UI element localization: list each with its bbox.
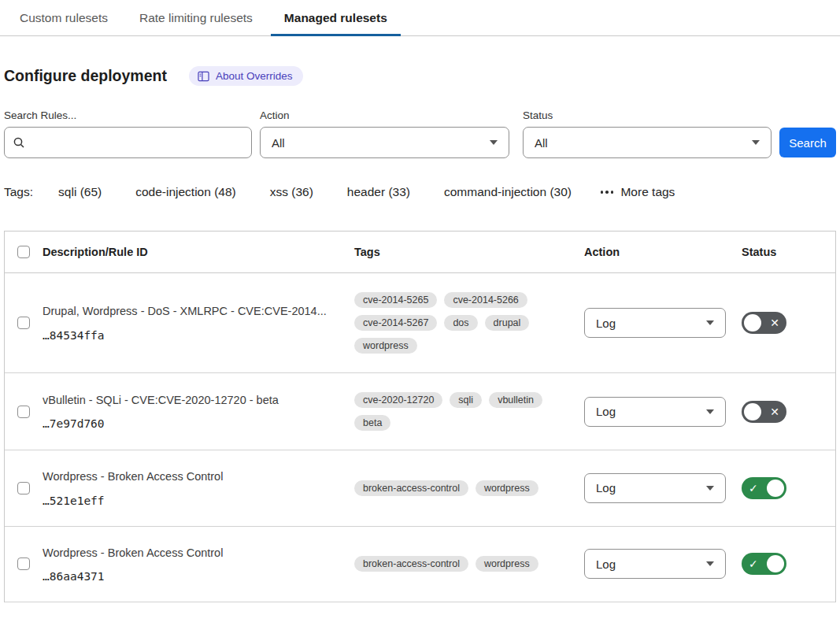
filter-tag-item[interactable]: command-injection (30) (444, 185, 572, 199)
rule-id: …521e1eff (43, 495, 354, 507)
tab-label: Custom rulesets (20, 11, 108, 25)
action-select-value: Log (596, 405, 616, 418)
search-icon (13, 136, 25, 149)
action-select[interactable]: Log (584, 473, 726, 503)
tab[interactable]: Rate limiting rulesets (139, 0, 253, 35)
tag-pill: cve-2014-5266 (444, 292, 527, 308)
chevron-down-icon (706, 561, 714, 566)
status-toggle[interactable]: ✕ (742, 401, 786, 423)
chevron-down-icon (490, 140, 498, 145)
tag-pill: wordpress (476, 480, 538, 496)
tag-pill: vbulletin (489, 392, 542, 408)
row-checkbox[interactable] (17, 406, 30, 418)
search-input[interactable] (31, 136, 243, 150)
tab[interactable]: Custom rulesets (20, 0, 108, 35)
tag-pills: broken-access-controlwordpress (354, 556, 584, 572)
filter-tag-item[interactable]: xss (36) (270, 185, 313, 199)
filter-tag-item[interactable]: code-injection (48) (135, 185, 236, 199)
tag-pill: broken-access-control (354, 480, 468, 496)
status-toggle[interactable]: ✕ (742, 312, 786, 334)
badge-label: About Overrides (216, 70, 293, 82)
action-select[interactable]: Log (584, 397, 726, 427)
tag-pill: broken-access-control (354, 556, 468, 572)
column-header-action: Action (584, 246, 742, 258)
tag-pill: cve-2014-5267 (354, 315, 437, 331)
more-tags-button[interactable]: More tags (601, 185, 675, 199)
status-filter-value: All (535, 136, 548, 150)
tags-bar-label: Tags: (4, 185, 33, 199)
toggle-state-icon: ✓ (749, 558, 758, 569)
toggle-knob (744, 314, 761, 332)
tag-pill: cve-2014-5265 (354, 292, 437, 308)
rule-description: vBulletin - SQLi - CVE:CVE-2020-12720 - … (43, 393, 354, 409)
table-row: vBulletin - SQLi - CVE:CVE-2020-12720 - … (5, 373, 835, 450)
action-filter-value: All (272, 136, 285, 150)
action-select-value: Log (596, 317, 616, 330)
tag-pill: cve-2020-12720 (354, 392, 442, 408)
row-checkbox[interactable] (17, 317, 30, 329)
status-filter-select[interactable]: All (523, 127, 772, 158)
rule-description: Drupal, Wordpress - DoS - XMLRPC - CVE:C… (43, 304, 354, 320)
column-header-tags: Tags (354, 246, 584, 258)
tag-pill: wordpress (354, 338, 417, 354)
table-row: Wordpress - Broken Access Control …521e1… (5, 450, 835, 527)
book-icon (198, 71, 209, 82)
rule-description: Wordpress - Broken Access Control (43, 546, 354, 561)
action-filter-label: Action (260, 109, 515, 121)
table-row: Wordpress - Broken Access Control …86aa4… (5, 527, 835, 603)
tab-label: Rate limiting rulesets (139, 11, 253, 25)
tab[interactable]: Managed rulesets (284, 0, 387, 35)
tag-pill: beta (354, 415, 390, 431)
page-title: Configure deployment (4, 67, 167, 85)
column-header-description: Description/Rule ID (43, 246, 354, 258)
status-filter-label: Status (523, 109, 772, 121)
about-overrides-badge[interactable]: About Overrides (189, 66, 304, 86)
search-button[interactable]: Search (779, 128, 836, 157)
filter-tag-item[interactable]: sqli (65) (58, 185, 102, 199)
row-checkbox[interactable] (17, 482, 30, 495)
ellipsis-icon (601, 191, 614, 194)
action-select-value: Log (596, 481, 616, 495)
row-checkbox[interactable] (17, 557, 30, 570)
rule-id: …84534ffa (43, 329, 354, 342)
chevron-down-icon (706, 409, 714, 414)
action-filter-select[interactable]: All (260, 127, 509, 158)
chevron-down-icon (706, 486, 714, 491)
tag-pill: sqli (450, 392, 482, 408)
search-box[interactable] (4, 127, 252, 158)
action-select[interactable]: Log (584, 549, 726, 579)
more-tags-label: More tags (620, 185, 675, 199)
tag-pills: cve-2020-12720sqlivbulletinbeta (354, 392, 584, 431)
filter-tag-item[interactable]: header (33) (347, 185, 410, 199)
toggle-knob (744, 403, 761, 420)
status-toggle[interactable]: ✓ (742, 477, 786, 499)
table-row: Drupal, Wordpress - DoS - XMLRPC - CVE:C… (5, 273, 835, 373)
search-label: Search Rules... (4, 109, 252, 121)
tags-bar: Tags: sqli (65)code-injection (48)xss (3… (4, 185, 836, 199)
tab-bar: Custom rulesets Rate limiting rulesets M… (0, 0, 840, 36)
toggle-state-icon: ✕ (770, 406, 779, 417)
action-select[interactable]: Log (584, 308, 726, 338)
column-header-status: Status (742, 246, 835, 258)
rule-description: Wordpress - Broken Access Control (43, 469, 354, 485)
chevron-down-icon (752, 140, 760, 145)
tag-pill: drupal (485, 315, 530, 331)
toggle-state-icon: ✓ (749, 483, 758, 494)
chevron-down-icon (706, 320, 714, 325)
rule-id: …7e97d760 (43, 417, 354, 430)
filters-bar: Search Rules... Action All Status All (4, 109, 836, 158)
table-header: Description/Rule ID Tags Action Status (5, 232, 835, 273)
tag-pills: broken-access-controlwordpress (354, 480, 584, 496)
tag-pill: dos (444, 315, 477, 331)
toggle-knob (767, 555, 784, 572)
tab-label: Managed rulesets (284, 11, 387, 25)
action-select-value: Log (596, 557, 616, 571)
toggle-knob (767, 480, 784, 497)
status-toggle[interactable]: ✓ (742, 553, 786, 575)
tag-pill: wordpress (476, 556, 538, 572)
rules-table: Description/Rule ID Tags Action Status D… (4, 231, 836, 602)
select-all-checkbox[interactable] (17, 246, 30, 258)
table-body: Drupal, Wordpress - DoS - XMLRPC - CVE:C… (5, 273, 835, 602)
tag-pills: cve-2014-5265cve-2014-5266cve-2014-5267d… (354, 292, 584, 354)
toggle-state-icon: ✕ (770, 317, 779, 328)
